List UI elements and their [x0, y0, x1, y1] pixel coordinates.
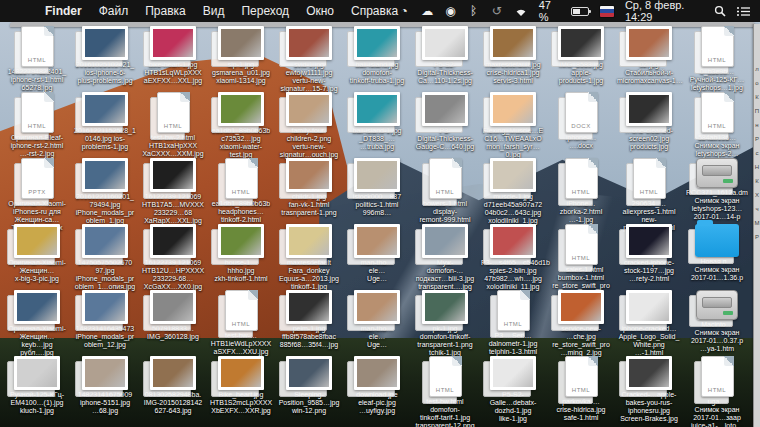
app-menu-finder[interactable]: Finder: [45, 4, 82, 18]
desktop-icon[interactable]: cracked-iphone-stock-1197…jpg…rety-2.htm…: [617, 224, 681, 283]
desktop-icon[interactable]: 507918833…IMG_360128.jpg: [141, 290, 205, 341]
desktop-icon[interactable]: HTMLОригинал-Eleaf-iphone-rst-2.html…-rs…: [5, 92, 69, 158]
desktop-icon[interactable]: Bike_heart.jpgHTB1S2mcLpXXXXXbEXFX…XXR.j…: [209, 356, 273, 415]
desktop-icon[interactable]: HTML290634_…aliexpress-1.htmlnew-perepis…: [617, 158, 681, 232]
notification-center-icon[interactable]: [737, 4, 750, 18]
spotlight-search-icon[interactable]: [714, 4, 726, 18]
file-extension-label: PPTX: [22, 189, 53, 195]
file-label: 65278.jpg: [5, 84, 69, 92]
desktop-icon[interactable]: service-new-…che.jpgre_store_swift_pro…m…: [549, 290, 613, 357]
desktop-icon[interactable]: HTMLbowers-1.htmldisplay-remont-999.html…: [413, 158, 477, 232]
menu-bar-clock[interactable]: Ср, 8 февр. 14:29: [625, 0, 703, 23]
bluetooth-icon[interactable]: ᛒ: [467, 4, 479, 18]
image-file-icon: [14, 290, 60, 324]
desktop-icon[interactable]: pelm-1.jpgffb8f578abe8fbac885f68…35f4…jp…: [277, 290, 341, 349]
menu-edit[interactable]: Правка: [145, 4, 186, 18]
file-label: crise-hidrica1.jpg: [481, 69, 545, 77]
desktop-icon[interactable]: HTMLea1db1_89b0b63bheadphones…tinkoff-2.…: [209, 158, 273, 224]
desktop-icon[interactable]: HTMLtest-bw-2.htmlHTB1xaHpXXXXaCXXX…XXM.…: [141, 92, 205, 158]
desktop-icon[interactable]: Sleeping-Position_9585…jpgwin-12.png: [277, 356, 341, 415]
desktop-icon[interactable]: bike-heart-1.jpgHTB1sLqWLpXXXaEXFXX…XXL.…: [141, 26, 205, 85]
file-label: ….docx: [549, 142, 613, 150]
desktop-icon[interactable]: HTMLuga…Снимок экран2017-01…заарjuice-a1…: [685, 356, 749, 427]
desktop-icon[interactable]: pk-1.jpgdomofon-tinkoff-transparent-1.pn…: [413, 290, 477, 357]
desktop-icon[interactable]: PPTXОригинал-Xiaomi-iPhones-ru дляЖенщин…: [5, 158, 69, 232]
desktop-icon[interactable]: childr-1.jpgfan-vk-1.htmltrasnparent-1.p…: [277, 158, 341, 217]
app-clock-icon[interactable]: ◔: [398, 4, 410, 18]
apple-menu-icon[interactable]: [14, 4, 28, 18]
desktop-icon[interactable]: maxresdefaultFara_donkeyEquus-a…2013.jpg…: [277, 224, 341, 291]
desktop-icon[interactable]: Flexing_Muscle…EC16…TWEAALxOmon_farsh_sy…: [481, 92, 545, 159]
time-machine-icon[interactable]: ↺: [491, 4, 503, 18]
desktop-icon[interactable]: house-1…hhho.jpgzkh-tinkoff-1.html: [209, 224, 273, 283]
desktop-icon[interactable]: RCC371_1612a.dmСнимок экранletyshops-123…: [685, 158, 749, 221]
desktop-icon[interactable]: man-tho…ele…Uge…: [345, 290, 409, 349]
desktop-icon[interactable]: DOCXiphone-…….docx: [549, 92, 613, 150]
desktop-icon[interactable]: HTML0_b3e9b…Ручной-125-КГ…letyshops…1.jp…: [685, 26, 749, 100]
desktop-icon[interactable]: 20161025102421_ios-iphone-6-plus-problem…: [73, 26, 137, 85]
desktop-icon[interactable]: HTMLparkovka-…crise-hidrica.jpgsafe-1.ht…: [549, 356, 613, 422]
desktop[interactable]: л о К П н Р с Н К Х ч М Р HTML1482279482…: [0, 22, 760, 427]
menu-file[interactable]: Файл: [99, 4, 129, 18]
battery-icon[interactable]: [571, 7, 589, 16]
file-label: oblem_12.jpg: [73, 341, 137, 349]
file-label: Digital-Thickness-: [413, 69, 477, 77]
menu-view[interactable]: Вид: [203, 4, 225, 18]
desktop-icon[interactable]: iphone-cracked…Apple_Logo_Solid_White.pn…: [617, 290, 681, 357]
desktop-icon[interactable]: download.jpeeleaf-pic.jpg…uyfigy.jpg: [345, 356, 409, 415]
file-extension-label: HTML: [566, 387, 597, 393]
desktop-icon[interactable]: Cracked-…apple-bakes-you-rus-iphonesru.j…: [617, 356, 681, 423]
desktop-icon[interactable]: man-tho…ele…Uge…: [345, 224, 409, 283]
desktop-icon[interactable]: 14823141675009iphone-5151.jpg…68.jpg: [73, 356, 137, 415]
image-file-icon: [354, 26, 400, 60]
desktop-icon[interactable]: HTMLtest-bw-…HTB1ieWdLpXXXXaSXFX…XXU.jpg…: [209, 290, 273, 364]
menu-window[interactable]: Окно: [306, 4, 334, 18]
desktop-icon[interactable]: P5-S2-Digital-Thickness-Ca…110-1.2s.jpg: [413, 26, 477, 85]
desktop-icon[interactable]: istock000…887politics-1.html996m8…: [345, 158, 409, 217]
desktop-icon[interactable]: 02.jpgСтабильной-и-micromaxcanvas-1…: [617, 26, 681, 85]
desktop-icon[interactable]: maxresdefault.jpgcrise-hidrica1.jpgservi…: [481, 26, 545, 85]
cloud-sync-icon[interactable]: ☁: [421, 4, 433, 18]
desktop-icon[interactable]: Оригинал-Xiaomi-Женщин…x-big-3-pic.jpg: [5, 224, 69, 283]
desktop-icon[interactable]: bali-island-1.jpg_DT838_……truba.jpg: [345, 92, 409, 151]
desktop-icon[interactable]: Муж-domofon-…подкаст…blii-3.jpgtranspare…: [413, 224, 477, 291]
desktop-icon[interactable]: 1475057550267097.jpgiPhone_modals_proble…: [73, 224, 137, 291]
desktop-icon[interactable]: IMG_8583.jpgapple-products-1.jpg: [549, 26, 613, 85]
desktop-icon[interactable]: ea1db1_89b0b63bc73532…jpgxiaomi-water-te…: [209, 92, 273, 159]
desktop-icon[interactable]: family-four-children-2.pngvertu-new-sign…: [277, 92, 341, 159]
desktop-icon[interactable]: P3-…s4f65…c546d1bspies-2-blin.jpg47b982……: [481, 224, 545, 291]
desktop-icon[interactable]: HTMLtest-bw.htmldomofon-tinkoff-tarif-1.…: [413, 356, 477, 427]
desktop-icon[interactable]: Оригинал-Xiaomi-Женщин…keyb…jpgрубл….jpg: [5, 290, 69, 357]
desktop-icon[interactable]: svid-1.jpgewtojw1111.jpgvertu-new-signat…: [277, 26, 341, 93]
desktop-icon[interactable]: HTMLP3 …Seri…dalnometr-1.jpgtelphin-1-3.…: [481, 290, 545, 356]
desktop-icon[interactable]: HTML…sales-1.htmlbumbox-1.htmlre_store_s…: [549, 224, 613, 298]
globe-icon[interactable]: ◉: [444, 4, 456, 18]
desktop-icon[interactable]: P5-S2-Galle…debatx-dozhd-1.jpglike-1.jpg: [481, 356, 545, 423]
desktop-icon[interactable]: …one-cleaned-screen02.jpgproducts.jpg: [617, 92, 681, 151]
background-window-right-edge[interactable]: л о К П н Р с Н К Х ч М Р: [753, 24, 760, 427]
desktop-icon[interactable]: Macinto…Снимок экран2017-01…0.37.р…ya-1.…: [685, 290, 749, 353]
desktop-icon[interactable]: HTML584ab136…Снимок экранletyshops-2…201…: [685, 92, 749, 166]
desktop-icon[interactable]: Новая п…Снимок экран2017-01…1.36.р: [685, 224, 749, 282]
desktop-icon[interactable]: sip-1.jpggsmarena_u01.jpgxiaomi-1314.jpg: [209, 26, 273, 85]
desktop-icon[interactable]: 20161221152528_10146.jpg ios-problems-1.…: [73, 92, 137, 151]
desktop-icon[interactable]: muscle-1.jpgd71eeb45a907a7204b0c2…643c.j…: [481, 158, 545, 225]
image-file-icon: [82, 290, 128, 324]
menu-go[interactable]: Переход: [241, 4, 289, 18]
input-language-flag-ru[interactable]: [600, 6, 614, 17]
desktop-icon[interactable]: bali-island.jpgdomofon-tinkoff-truba-1.j…: [345, 26, 409, 85]
image-file-icon: [422, 224, 468, 258]
desktop-icon[interactable]: Ручной-125-КГц-EM4100…(1).jpgkluch-1.jpg: [5, 356, 69, 415]
desktop-icon[interactable]: 081302582948ba.IMG-20150128142627-643.jp…: [141, 356, 205, 415]
wifi-icon[interactable]: [514, 4, 528, 18]
desktop-icon[interactable]: HTML14822794822401_iphone-rst-1.html6527…: [5, 26, 69, 92]
desktop-icon[interactable]: HTMLiPhone…zborka-2.html…-1.jpg: [549, 158, 613, 224]
desktop-icon[interactable]: 16122739 121069HTB12U…HPXXXX233229-68…Xc…: [141, 224, 205, 291]
image-file-icon: [150, 224, 196, 258]
desktop-icon[interactable]: P3-Digital-Thickness-Gauge-C…640.jpg: [413, 92, 477, 151]
menu-help[interactable]: Справка: [351, 4, 398, 18]
file-label: new-: [617, 216, 681, 224]
desktop-icon[interactable]: 16122739 121069HTB17A5…MVXXX233229…68XaR…: [141, 158, 205, 225]
desktop-icon[interactable]: 20161221160201_79494.jpgiPhone_modals_pr…: [73, 158, 137, 225]
desktop-icon[interactable]: 148231416435473iPhone_modals_problem_12.…: [73, 290, 137, 349]
